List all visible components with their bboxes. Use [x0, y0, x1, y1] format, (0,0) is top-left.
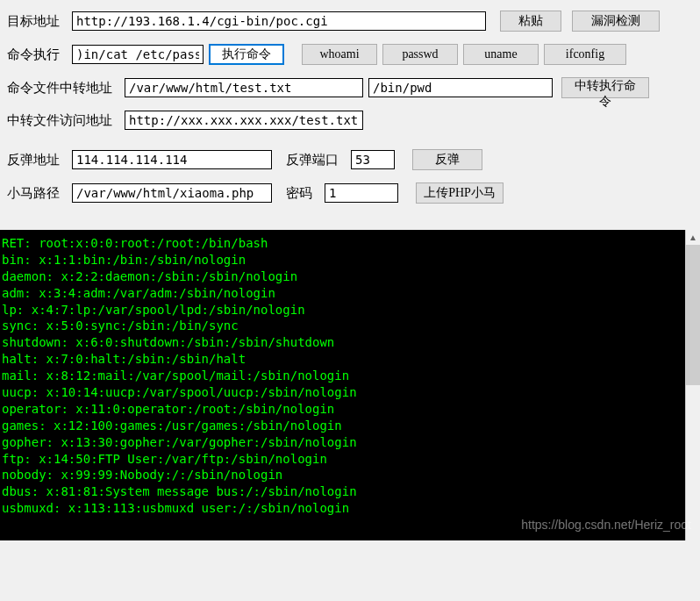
upload-php-button[interactable]: 上传PHP小马 — [416, 182, 504, 204]
relay-exec-button[interactable]: 中转执行命令 — [561, 77, 649, 98]
row-xiaoma: 小马路径 密码 上传PHP小马 — [7, 182, 693, 204]
terminal-container: RET: root:x:0:0:root:/root:/bin/bash bin… — [0, 230, 700, 540]
label-password: 密码 — [286, 185, 312, 202]
relay-url-input[interactable] — [125, 111, 363, 130]
scroll-up-arrow[interactable]: ▲ — [686, 230, 700, 245]
label-rebound-addr: 反弹地址 — [7, 152, 60, 168]
passwd-button[interactable]: passwd — [382, 44, 458, 65]
rebound-addr-input[interactable] — [72, 150, 272, 169]
vuln-detect-button[interactable]: 漏洞检测 — [572, 11, 660, 32]
command-input[interactable] — [72, 45, 204, 64]
label-relay-url: 中转文件访问地址 — [7, 112, 112, 129]
exec-command-button[interactable]: 执行命令 — [209, 44, 284, 65]
rebound-port-input[interactable] — [351, 150, 395, 169]
control-panel: 目标地址 粘贴 漏洞检测 命令执行 执行命令 whoami passwd una… — [0, 0, 700, 230]
scrollbar[interactable]: ▲ — [685, 230, 700, 540]
uname-button[interactable]: uname — [463, 44, 539, 65]
label-relay-file: 命令文件中转地址 — [7, 80, 112, 97]
label-rebound-port: 反弹端口 — [286, 152, 339, 168]
rebound-button[interactable]: 反弹 — [412, 149, 482, 170]
row-relay-url: 中转文件访问地址 — [7, 111, 693, 130]
target-url-input[interactable] — [72, 11, 486, 31]
label-xiaoma-path: 小马路径 — [7, 185, 60, 202]
row-target: 目标地址 粘贴 漏洞检测 — [7, 11, 693, 32]
password-input[interactable] — [325, 183, 398, 203]
terminal-output[interactable]: RET: root:x:0:0:root:/root:/bin/bash bin… — [0, 230, 685, 540]
xiaoma-path-input[interactable] — [72, 183, 272, 203]
relay-file-input[interactable] — [125, 78, 363, 97]
label-command: 命令执行 — [7, 47, 60, 63]
label-target: 目标地址 — [7, 13, 60, 30]
row-relay-file: 命令文件中转地址 中转执行命令 — [7, 77, 693, 98]
whoami-button[interactable]: whoami — [302, 44, 377, 65]
scroll-thumb[interactable] — [686, 245, 700, 385]
row-rebound: 反弹地址 反弹端口 反弹 — [7, 149, 693, 170]
row-command: 命令执行 执行命令 whoami passwd uname ifconfig — [7, 44, 693, 65]
ifconfig-button[interactable]: ifconfig — [544, 44, 626, 65]
relay-cmd-input[interactable] — [368, 78, 553, 97]
paste-button[interactable]: 粘贴 — [500, 11, 561, 32]
